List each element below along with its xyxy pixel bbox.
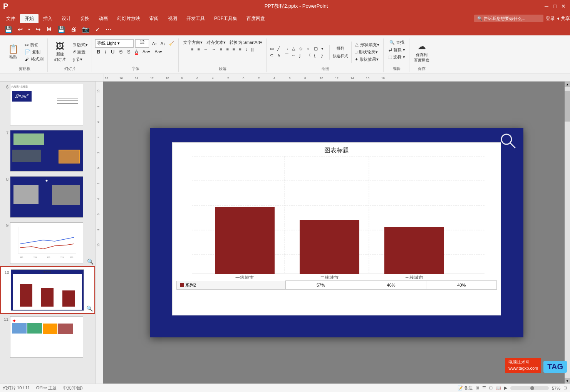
paste-button[interactable]: 📋 粘贴 <box>4 44 22 60</box>
shadow-button[interactable]: S <box>126 48 132 55</box>
shape-c3[interactable]: ⌒ <box>284 52 291 58</box>
numbering-button[interactable]: ≡ <box>196 47 201 52</box>
slide-thumb-11[interactable]: 11 ✦ <box>0 314 95 360</box>
qa-print[interactable]: 🖨 <box>69 25 78 33</box>
quick-styles-button[interactable]: 快速样式 <box>331 53 350 60</box>
shape-c2[interactable]: ∧ <box>277 52 284 58</box>
notes-button[interactable]: 📝 备注 <box>458 385 473 391</box>
tab-file[interactable]: 文件 <box>2 14 20 23</box>
canvas-area[interactable]: 图表标题 100% 80% <box>103 82 570 384</box>
slide-thumb-6[interactable]: 6 此处用片的标题 𝐸=𝑚𝑐² <box>0 82 95 128</box>
slide-thumb-8[interactable]: 8 <box>0 174 95 220</box>
shape-oval[interactable]: ○ <box>306 46 313 52</box>
shape-tri[interactable]: △ <box>292 46 298 52</box>
font-family-selector[interactable]: 等线 Light ▾ <box>95 39 134 48</box>
tab-insert[interactable]: 插入 <box>39 14 57 23</box>
slide-thumb-9[interactable]: 9 200 205 210 215 220 <box>0 220 95 266</box>
view-slideshow-button[interactable]: ▶ <box>504 385 507 390</box>
ribbon-search-input[interactable]: 🔍 告诉我您想要做什么... <box>477 16 525 22</box>
convert-smartart-button[interactable]: 转换为 SmartArt▾ <box>228 39 264 46</box>
zoom-slider[interactable] <box>510 386 549 390</box>
shapes-more[interactable]: ▾ <box>321 46 328 52</box>
tab-design[interactable]: 设计 <box>57 14 75 23</box>
qa-save-button[interactable]: 💾 <box>3 25 14 34</box>
strikethrough-button[interactable]: S <box>117 48 124 55</box>
align-text-button[interactable]: 对齐文本▾ <box>205 39 227 46</box>
slide-thumb-10[interactable]: 10 图表标题 🔍 <box>0 266 95 314</box>
line-spacing-button[interactable]: ↕ <box>244 47 249 52</box>
copy-button[interactable]: 📄 复制 <box>23 49 45 55</box>
new-slide-button[interactable]: 🖼 新建幻灯片 <box>51 42 69 63</box>
tab-baidu[interactable]: 百度网盘 <box>242 14 270 23</box>
columns-button[interactable]: ||| <box>250 47 256 52</box>
qa-more[interactable]: ⋯ <box>104 25 113 34</box>
vertical-scrollbar[interactable]: ▲ ▼ <box>565 82 570 384</box>
slide-panel[interactable]: 6 此处用片的标题 𝐸=𝑚𝑐² 7 8 <box>0 82 96 384</box>
shape-rrect[interactable]: ▢ <box>314 46 320 52</box>
tab-animations[interactable]: 动画 <box>94 14 112 23</box>
scroll-up-button[interactable]: ▲ <box>565 82 570 87</box>
align-center-button[interactable]: ≡ <box>225 47 230 52</box>
shape-c8[interactable]: } <box>321 52 328 58</box>
slide10-search-icon[interactable]: 🔍 <box>86 305 93 312</box>
cut-button[interactable]: ✂ 剪切 <box>23 42 45 48</box>
maximize-button[interactable]: □ <box>552 3 558 10</box>
underline-button[interactable]: U <box>109 48 116 55</box>
minimize-button[interactable]: ─ <box>543 3 550 10</box>
qa-undo-dropdown[interactable]: ▾ <box>27 27 32 32</box>
slide-thumb-7[interactable]: 7 <box>0 128 95 174</box>
font-spacing-button[interactable]: Aa▾ <box>141 49 151 55</box>
login-button[interactable]: 登录 <box>546 15 555 22</box>
shape-c1[interactable]: ⊂ <box>270 52 277 58</box>
format-paint-button[interactable]: 🖌 格式刷 <box>23 56 45 62</box>
bar-3[interactable] <box>384 227 444 274</box>
qa-screenshot[interactable]: 📷 <box>80 25 91 34</box>
zoom-thumb[interactable] <box>530 386 534 390</box>
clear-format-button[interactable]: 🧹 <box>168 40 176 46</box>
shape-effects-button[interactable]: ✦ 形状效果▾ <box>353 56 381 63</box>
view-normal-button[interactable]: ⊞ <box>476 385 479 390</box>
bullets-button[interactable]: ≡ <box>189 47 195 52</box>
justify-button[interactable]: ≡ <box>237 47 243 52</box>
find-button[interactable]: 🔍 查找 <box>388 39 406 46</box>
indent-decrease-button[interactable]: ← <box>202 47 210 52</box>
shape-arrow[interactable]: → <box>284 46 291 52</box>
italic-button[interactable]: I <box>103 48 108 55</box>
shape-line[interactable]: ╱ <box>277 46 284 52</box>
layout-button[interactable]: ⊞ 版式▾ <box>71 42 89 48</box>
font-increase-button[interactable]: A↑ <box>151 40 159 46</box>
scroll-down-button[interactable]: ▼ <box>565 378 570 384</box>
qa-check[interactable]: ✓ <box>94 25 102 34</box>
tab-slideshow[interactable]: 幻灯片放映 <box>112 14 145 23</box>
view-reading-button[interactable]: 📖 <box>496 385 501 390</box>
indent-increase-button[interactable]: → <box>210 47 218 52</box>
reset-button[interactable]: ↺ 重置 <box>71 49 89 55</box>
shape-rect[interactable]: ▭ <box>270 46 277 52</box>
save-baidu-button[interactable]: ☁ 保存到百度网盘 <box>412 41 431 64</box>
shape-c5[interactable]: ∫ <box>299 52 306 58</box>
align-right-button[interactable]: ≡ <box>231 47 236 52</box>
shape-fill-button[interactable]: △ 形状填充▾ <box>353 42 381 48</box>
tab-review[interactable]: 审阅 <box>145 14 163 23</box>
font-color-button[interactable]: A <box>134 48 139 55</box>
qa-presentation-view[interactable]: 🖥 <box>44 25 54 33</box>
text-direction-button[interactable]: 文字方向▾ <box>182 39 204 46</box>
view-outline-button[interactable]: ☰ <box>482 385 486 390</box>
qa-save2[interactable]: 💾 <box>56 25 67 34</box>
slide9-search-icon[interactable]: 🔍 <box>87 259 94 265</box>
zoom-fit-button[interactable]: ⊡ <box>563 385 567 390</box>
shape-c6[interactable]: 〈 <box>306 52 313 58</box>
tab-transitions[interactable]: 切换 <box>75 14 94 23</box>
bold-button[interactable]: B <box>95 48 102 55</box>
tab-view[interactable]: 视图 <box>163 14 182 23</box>
tab-pdf[interactable]: PDF工具集 <box>210 14 242 23</box>
bar-1[interactable] <box>215 207 275 274</box>
shape-c7[interactable]: { <box>314 52 320 58</box>
shape-outline-button[interactable]: □ 形状轮廓▾ <box>353 49 381 55</box>
shape-diamond[interactable]: ◇ <box>299 46 306 52</box>
arrange-button[interactable]: 排列 <box>331 45 350 52</box>
section-button[interactable]: § 节▾ <box>71 56 89 63</box>
scroll-thumb[interactable] <box>565 91 570 122</box>
share-button[interactable]: ♦ 共享 <box>557 15 570 22</box>
view-slide-sorter-button[interactable]: ⊟ <box>489 385 493 390</box>
